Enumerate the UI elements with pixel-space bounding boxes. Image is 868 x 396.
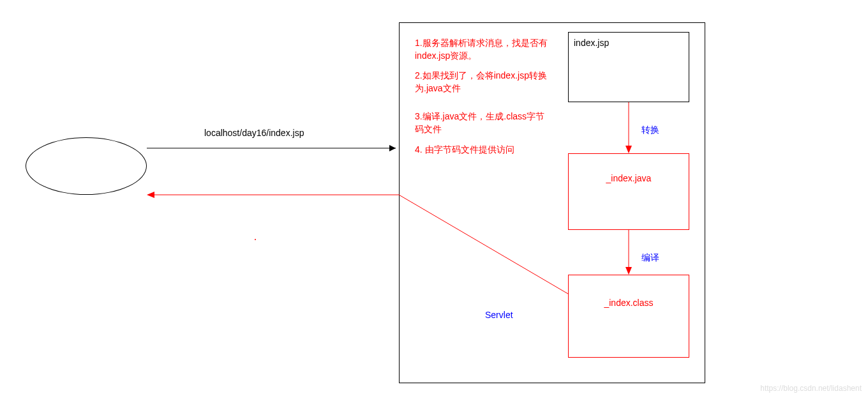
box-index-class-label: _index.class	[604, 298, 653, 308]
box-index-java: _index.java	[568, 153, 689, 230]
svg-marker-1	[389, 145, 396, 151]
steps-list: 1.服务器解析请求消息，找是否有index.jsp资源。 2.如果找到了，会将i…	[415, 37, 549, 164]
step-1: 1.服务器解析请求消息，找是否有index.jsp资源。	[415, 37, 549, 62]
servlet-label: Servlet	[485, 310, 513, 320]
step-2: 2.如果找到了，会将index.jsp转换为.java文件	[415, 70, 549, 95]
client-ellipse	[26, 137, 147, 195]
box-index-jsp-label: index.jsp	[574, 38, 609, 48]
svg-point-9	[255, 239, 256, 240]
compile-label: 编译	[641, 252, 659, 264]
box-index-class: _index.class	[568, 275, 689, 358]
box-index-jsp: index.jsp	[568, 32, 689, 102]
request-url-label: localhost/day16/index.jsp	[204, 128, 304, 138]
svg-marker-3	[147, 192, 154, 198]
convert-label: 转换	[641, 125, 659, 136]
step-4: 4. 由字节码文件提供访问	[415, 144, 549, 156]
box-index-java-label: _index.java	[606, 173, 652, 183]
watermark: https://blog.csdn.net/lidashent	[760, 384, 862, 393]
step-3: 3.编译.java文件，生成.class字节码文件	[415, 110, 549, 135]
